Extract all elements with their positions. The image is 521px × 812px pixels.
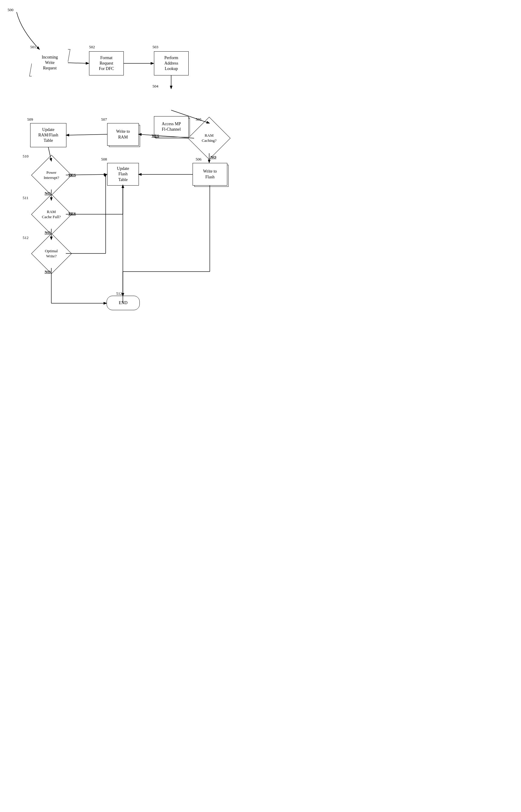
svg-line-1 <box>68 63 88 63</box>
power-interrupt-diamond: PowerInterrupt? <box>31 155 71 195</box>
label-512b: 512 <box>116 291 122 296</box>
no-power-interrupt: NO <box>45 191 51 196</box>
optimal-write-text: OptimalWrite? <box>45 249 58 259</box>
access-mp-text: Access MP Fl-Channel <box>162 121 181 132</box>
diagram-number: 500 <box>7 7 14 13</box>
format-request-node: Format Request For DFC <box>89 51 124 75</box>
format-request-text: Format Request For DFC <box>99 55 114 72</box>
end-node: END <box>107 296 140 310</box>
write-to-ram-node: Write to RAM <box>107 123 139 146</box>
optimal-write-diamond: OptimalWrite? <box>31 233 71 274</box>
write-to-flash-node: Write to Flash <box>192 163 227 186</box>
label-510: 510 <box>23 154 29 159</box>
update-flash-table-text: Update Flash Table <box>117 166 129 183</box>
label-511: 511 <box>23 195 28 200</box>
ram-cache-full-text: RAMCache Full? <box>42 209 61 220</box>
no-ram-cache-full: NO <box>45 230 51 235</box>
end-text: END <box>119 300 128 306</box>
ram-caching-diamond: RAMCaching? <box>188 117 230 159</box>
incoming-write-request-node: Incoming Write Request <box>32 49 68 76</box>
yes-power-interrupt: YES <box>68 172 76 178</box>
perform-address-node: Perform Address Lookup <box>154 51 189 75</box>
no-ram-caching: NO <box>210 155 217 160</box>
incoming-write-text: Incoming Write Request <box>42 54 58 71</box>
yes-ram-cache-full: YES <box>68 211 76 216</box>
label-502: 502 <box>89 45 95 49</box>
label-509: 509 <box>27 117 33 122</box>
label-508: 508 <box>101 157 107 162</box>
label-503: 503 <box>153 45 158 49</box>
label-505: 505 <box>196 117 202 122</box>
ram-cache-full-diamond: RAMCache Full? <box>31 194 71 234</box>
update-ram-flash-node: Update RAM/Flash Table <box>30 123 66 147</box>
update-ram-flash-text: Update RAM/Flash Table <box>38 127 58 144</box>
flowchart-diagram: 500 501 502 503 504 505 506 507 508 509 … <box>0 0 260 406</box>
perform-address-text: Perform Address Lookup <box>164 55 178 72</box>
label-504: 504 <box>153 84 158 89</box>
write-to-flash-text: Write to Flash <box>203 169 217 180</box>
update-flash-table-node: Update Flash Table <box>107 163 139 186</box>
power-interrupt-text: PowerInterrupt? <box>44 170 59 181</box>
no-optimal-write: NO <box>45 270 51 274</box>
write-to-ram-text: Write to RAM <box>116 129 130 140</box>
label-507: 507 <box>101 117 107 122</box>
svg-line-23 <box>106 175 107 175</box>
label-506: 506 <box>196 157 202 162</box>
ram-caching-text: RAMCaching? <box>202 133 217 143</box>
yes-ram-caching: YES <box>152 133 159 138</box>
label-501: 501 <box>30 45 36 49</box>
label-512a: 512 <box>23 235 29 240</box>
svg-line-7 <box>66 134 107 135</box>
